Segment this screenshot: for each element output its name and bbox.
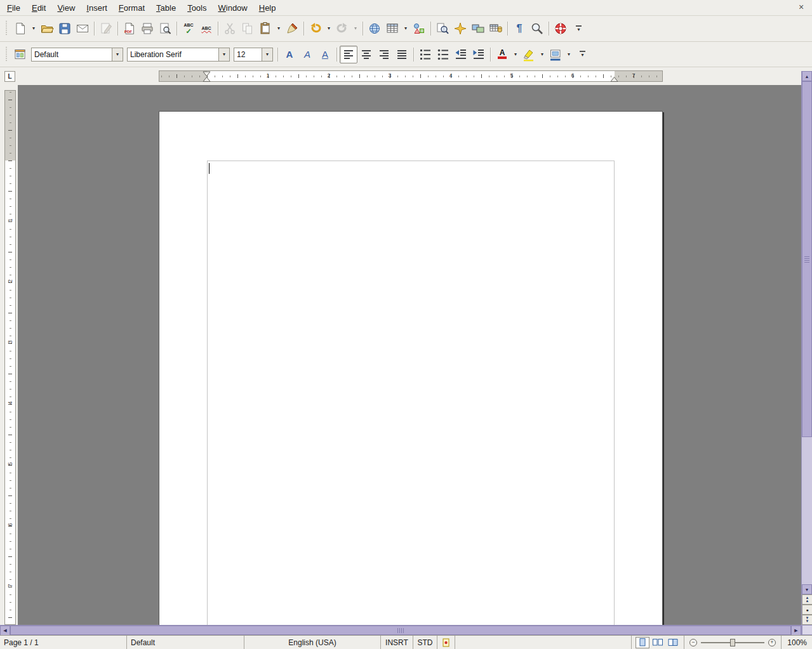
toolbar-grip[interactable] — [4, 21, 9, 36]
gallery-button[interactable] — [469, 20, 487, 37]
scroll-down-button[interactable]: ▼ — [802, 584, 812, 594]
hyperlink-button[interactable] — [366, 20, 383, 37]
zoom-button[interactable] — [528, 20, 546, 37]
save-button[interactable] — [56, 20, 74, 37]
menu-file[interactable]: File — [1, 1, 26, 15]
navigation-button[interactable]: ● — [802, 605, 812, 615]
insert-mode-field[interactable]: INSRT — [381, 636, 413, 649]
font-size-dropdown[interactable]: ▾ — [262, 48, 272, 61]
background-color-button[interactable] — [547, 46, 564, 63]
page-style-field[interactable]: Default — [127, 636, 244, 649]
indent-marker-right[interactable] — [610, 71, 618, 82]
paragraph-style-dropdown[interactable]: ▾ — [112, 48, 123, 61]
insert-table-button[interactable] — [383, 20, 401, 37]
menu-table[interactable]: Table — [150, 1, 182, 15]
horizontal-ruler[interactable]: 1 2 3 4 5 6 7 — [18, 70, 801, 82]
font-name-dropdown[interactable]: ▾ — [218, 48, 229, 61]
open-button[interactable] — [38, 20, 56, 37]
next-page-button[interactable]: ▼ ▼ — [802, 615, 812, 625]
format-paintbrush-button[interactable] — [283, 20, 301, 37]
zoom-level-field[interactable]: 100% — [782, 636, 812, 649]
document-canvas[interactable] — [18, 85, 801, 625]
toolbar-overflow-button[interactable]: ▾ — [580, 51, 585, 58]
undo-dropdown[interactable]: ▾ — [324, 20, 333, 37]
font-name-input[interactable] — [128, 48, 218, 61]
horizontal-scrollbar-thumb[interactable] — [10, 626, 791, 635]
previous-page-button[interactable]: ▲ ▲ — [802, 594, 812, 605]
horizontal-ruler-band[interactable]: 1 2 3 4 5 6 7 — [159, 70, 663, 82]
menu-view[interactable]: View — [51, 1, 81, 15]
highlighting-dropdown[interactable]: ▾ — [538, 46, 547, 63]
scroll-up-button[interactable]: ▲ — [802, 71, 812, 81]
bullet-list-button[interactable] — [434, 46, 452, 63]
font-size-input[interactable] — [234, 48, 262, 61]
undo-button[interactable] — [307, 20, 324, 37]
vertical-ruler[interactable]: 1 2 3 4 5 6 7 — [4, 85, 16, 625]
document-page[interactable] — [159, 111, 663, 625]
insert-table-dropdown[interactable]: ▾ — [401, 20, 410, 37]
close-icon[interactable]: × — [795, 1, 807, 13]
page-preview-button[interactable] — [156, 20, 174, 37]
increase-indent-button[interactable] — [470, 46, 488, 63]
bold-button[interactable]: A — [281, 46, 298, 63]
data-sources-button[interactable] — [487, 20, 505, 37]
menu-edit[interactable]: Edit — [26, 1, 51, 15]
language-field[interactable]: English (USA) — [244, 636, 381, 649]
scroll-right-button[interactable]: ▶ — [791, 626, 801, 636]
auto-spellcheck-button[interactable]: ABC — [197, 20, 215, 37]
numbered-list-button[interactable] — [416, 46, 434, 63]
toolbar-overflow-button[interactable]: ▾ — [576, 25, 582, 32]
toolbar-grip[interactable] — [4, 47, 9, 62]
single-page-view-button[interactable] — [636, 637, 649, 648]
vertical-scrollbar-track[interactable] — [802, 81, 812, 584]
vertical-scrollbar-thumb[interactable] — [802, 81, 812, 437]
italic-button[interactable]: A — [298, 46, 316, 63]
align-center-button[interactable] — [357, 46, 375, 63]
page-number-field[interactable]: Page 1 / 1 — [0, 636, 127, 649]
menu-insert[interactable]: Insert — [81, 1, 113, 15]
horizontal-scrollbar[interactable]: ◀ ▶ — [0, 625, 801, 635]
selection-mode-field[interactable]: STD — [413, 636, 437, 649]
menu-help[interactable]: Help — [253, 1, 282, 15]
draw-functions-button[interactable] — [410, 20, 428, 37]
menu-window[interactable]: Window — [212, 1, 253, 15]
background-color-dropdown[interactable]: ▾ — [564, 46, 573, 63]
print-button[interactable] — [138, 20, 156, 37]
vertical-scrollbar[interactable]: ▲ ▼ ▲ ▲ ● ▼ ▼ — [801, 71, 812, 635]
indent-marker-left[interactable] — [203, 71, 211, 82]
justified-button[interactable] — [393, 46, 411, 63]
document-modified-field[interactable] — [437, 636, 455, 649]
zoom-in-button[interactable]: + — [768, 639, 776, 646]
font-color-dropdown[interactable]: ▾ — [511, 46, 520, 63]
styles-and-formatting-button[interactable] — [11, 46, 29, 63]
zoom-slider-track[interactable] — [701, 638, 764, 647]
formatting-marks-button[interactable]: ¶ — [510, 20, 528, 37]
text-boundary[interactable] — [207, 161, 615, 625]
font-color-button[interactable]: A — [493, 46, 511, 63]
decrease-indent-button[interactable] — [452, 46, 470, 63]
align-left-button[interactable] — [340, 46, 357, 63]
zoom-out-button[interactable]: − — [689, 639, 697, 646]
multi-page-view-button[interactable] — [651, 637, 665, 648]
new-document-dropdown[interactable]: ▾ — [29, 20, 38, 37]
vertical-ruler-band[interactable]: 1 2 3 4 5 6 7 — [4, 90, 16, 625]
email-document-button[interactable] — [74, 20, 91, 37]
paragraph-style-input[interactable] — [32, 48, 112, 61]
menu-format[interactable]: Format — [113, 1, 150, 15]
tab-stop-selector[interactable]: L — [4, 71, 15, 82]
scroll-left-button[interactable]: ◀ — [0, 626, 10, 636]
book-view-button[interactable] — [666, 637, 680, 648]
paste-dropdown[interactable]: ▾ — [274, 20, 283, 37]
paste-button[interactable] — [256, 20, 274, 37]
find-replace-button[interactable] — [434, 20, 451, 37]
new-document-button[interactable] — [11, 20, 29, 37]
zoom-slider-thumb[interactable] — [730, 639, 735, 646]
spellcheck-button[interactable]: ABC ✓ — [180, 20, 197, 37]
navigator-button[interactable] — [451, 20, 469, 37]
align-right-button[interactable] — [375, 46, 393, 63]
underline-button[interactable]: A — [316, 46, 334, 63]
help-button[interactable] — [552, 20, 569, 37]
export-pdf-button[interactable]: PDF — [121, 20, 138, 37]
highlighting-button[interactable] — [520, 46, 538, 63]
menu-tools[interactable]: Tools — [182, 1, 212, 15]
